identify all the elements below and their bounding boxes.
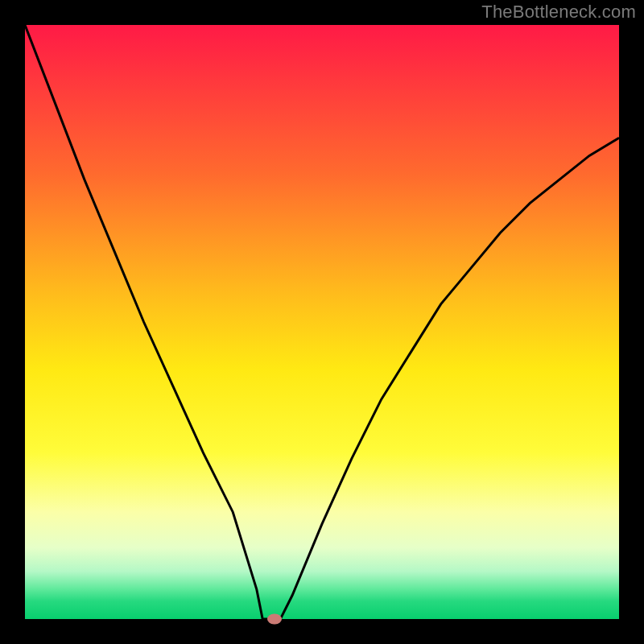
plot-area	[25, 25, 619, 619]
bottleneck-curve	[25, 25, 619, 619]
minimum-marker	[267, 614, 282, 625]
curve-path	[25, 25, 619, 619]
chart-frame: TheBottleneck.com	[0, 0, 644, 644]
watermark-text: TheBottleneck.com	[481, 2, 636, 23]
